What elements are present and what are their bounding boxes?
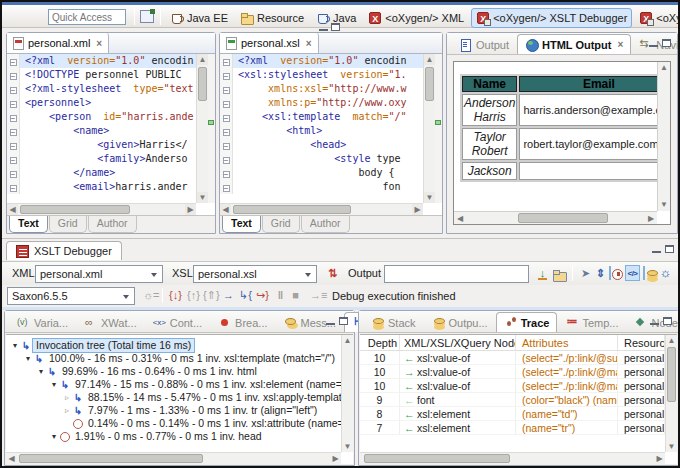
run-to-end-icon[interactable]: ↪}	[255, 287, 270, 303]
tree-expander-icon[interactable]	[62, 404, 72, 417]
scroll-right-icon[interactable]: ▶	[412, 204, 423, 215]
fold-gutter[interactable]: −	[7, 138, 20, 152]
view-tab[interactable]: Stack	[363, 312, 424, 332]
run-icon[interactable]: →	[221, 287, 236, 303]
run-to-cursor-icon[interactable]: ↳{	[238, 287, 253, 303]
scrollbar-thumb[interactable]	[19, 454, 203, 463]
scrollbar-thumb[interactable]	[233, 205, 351, 214]
xsl-source-select[interactable]: personal.xsl	[193, 265, 317, 283]
view-tab[interactable]: Brea...	[210, 312, 275, 332]
fold-minus-icon[interactable]: −	[223, 59, 230, 66]
scroll-down-icon[interactable]: ▼	[342, 441, 353, 452]
maximize-icon[interactable]	[665, 245, 674, 253]
tab-personal-xsl[interactable]: personal.xsl ×	[220, 33, 319, 53]
engine-select[interactable]: Saxon6.5.5	[7, 287, 135, 305]
scroll-left-icon[interactable]: ◀	[454, 212, 466, 224]
code-line[interactable]: − <html>	[220, 124, 423, 138]
scroll-left-icon[interactable]: ◀	[6, 453, 17, 464]
code-line[interactable]: − <style type	[220, 152, 423, 166]
quick-access-input[interactable]	[48, 9, 126, 25]
xsl-code-area[interactable]: − <?xml version="1.0" encodin − <xsl:sty…	[220, 54, 423, 203]
stop-icon[interactable]: ■	[288, 287, 303, 303]
maximize-icon[interactable]	[331, 23, 340, 31]
scroll-left-icon[interactable]: ◀	[220, 204, 231, 215]
scroll-right-icon[interactable]: ▶	[330, 453, 341, 464]
fold-minus-icon[interactable]: −	[10, 73, 17, 80]
show-node-icon[interactable]: ➤	[578, 265, 593, 281]
mode-tab[interactable]: Author	[88, 216, 137, 233]
minimize-icon[interactable]	[650, 317, 659, 325]
code-line[interactable]: − fon	[220, 180, 423, 194]
profiler-toggle-icon[interactable]	[609, 266, 611, 280]
code-line[interactable]: − <personnel>	[7, 96, 196, 110]
tree-expander-icon[interactable]	[49, 378, 59, 391]
code-line[interactable]: − <given>Harris</	[7, 138, 196, 152]
vertical-scrollbar[interactable]: ▲ ▼	[657, 62, 670, 211]
code-line[interactable]: − <head>	[220, 138, 423, 152]
fold-minus-icon[interactable]: −	[10, 87, 17, 94]
fold-gutter[interactable]: −	[220, 138, 233, 152]
code-line[interactable]: − <xsl:template match="/"	[220, 110, 423, 124]
mode-tab[interactable]: Grid	[262, 216, 300, 233]
scroll-down-icon[interactable]: ▼	[658, 199, 670, 211]
fold-minus-icon[interactable]: −	[10, 101, 17, 108]
scrollbar-thumb[interactable]	[20, 205, 130, 214]
fold-gutter[interactable]: −	[7, 54, 20, 68]
tree-expander-icon[interactable]	[62, 391, 72, 404]
view-tab[interactable]: Temp...	[557, 312, 626, 332]
code-line[interactable]: − <email>harris.ander	[7, 180, 196, 194]
table-row[interactable]: 10 xsl:value-of (select="./p:link/@man..…	[360, 379, 665, 393]
xml-editor-body[interactable]: − <?xml version="1.0" encodin − <!DOCTYP…	[7, 54, 215, 215]
fold-minus-icon[interactable]: −	[10, 143, 17, 150]
step-out-icon[interactable]: {⇑}	[203, 287, 218, 303]
vertical-scrollbar[interactable]: ▲ ▼	[341, 335, 353, 452]
close-icon[interactable]: ×	[96, 38, 102, 49]
minimize-icon[interactable]	[319, 23, 328, 31]
maximize-icon[interactable]	[339, 317, 348, 325]
fold-gutter[interactable]: −	[220, 166, 233, 180]
xslt-debugger-tab[interactable]: XSLT Debugger	[6, 241, 122, 260]
scroll-down-icon[interactable]: ▼	[197, 192, 208, 203]
minimize-icon[interactable]	[649, 39, 658, 47]
vertical-scrollbar[interactable]: ▲ ▼	[423, 54, 435, 203]
code-line[interactable]: − <!DOCTYPE personnel PUBLIC	[7, 68, 196, 82]
perspective-button[interactable]: Resource	[235, 8, 309, 28]
step-into-icon[interactable]: {↓}	[168, 287, 183, 303]
fold-gutter[interactable]: −	[7, 124, 20, 138]
tree-expander-icon[interactable]	[49, 430, 59, 443]
minimize-icon[interactable]	[326, 317, 335, 325]
maximize-icon[interactable]	[663, 317, 672, 325]
fold-gutter[interactable]: −	[7, 68, 20, 82]
code-line[interactable]: − <xsl:stylesheet version="1.	[220, 68, 423, 82]
fold-minus-icon[interactable]: −	[223, 87, 230, 94]
table-row[interactable]: 7 xsl:element (name="tr") personal.xsl […	[360, 421, 665, 435]
scrollbar-thumb[interactable]	[518, 213, 608, 223]
table-row[interactable]: 10 xsl:value-of (select="./p:link/@subo.…	[360, 351, 665, 365]
fold-gutter[interactable]: −	[220, 54, 233, 68]
minimize-icon[interactable]	[652, 245, 661, 253]
perspective-button[interactable]: <oXygen/> XQuery Debugger	[634, 8, 680, 28]
fold-minus-icon[interactable]: −	[223, 185, 230, 192]
table-row[interactable]: 10 xsl:value-of (select="./p:link/@man..…	[360, 365, 665, 379]
xsl-editor-body[interactable]: − <?xml version="1.0" encodin − <xsl:sty…	[220, 54, 442, 215]
fold-gutter[interactable]: −	[220, 82, 233, 96]
view-tab[interactable]: HTML Output ×	[517, 34, 631, 54]
fold-minus-icon[interactable]: −	[10, 185, 17, 192]
occurrence-marker[interactable]	[435, 120, 441, 125]
table-row[interactable]: 9 font (color="black") (name=... persona…	[360, 393, 665, 407]
fold-minus-icon[interactable]: −	[223, 129, 230, 136]
fold-minus-icon[interactable]: −	[223, 157, 230, 164]
mode-tab[interactable]: Text	[9, 216, 48, 233]
code-line[interactable]: − <?xml version="1.0" encodin	[220, 54, 423, 68]
scrollbar-thumb[interactable]	[425, 67, 434, 101]
fold-minus-icon[interactable]: −	[223, 101, 230, 108]
fold-gutter[interactable]: −	[7, 180, 20, 194]
source-view-toggle-icon[interactable]: </>	[625, 265, 640, 281]
fold-gutter[interactable]: −	[7, 166, 20, 180]
view-tab[interactable]: Output ×	[451, 34, 517, 54]
code-line[interactable]: − <name>	[7, 124, 196, 138]
fold-minus-icon[interactable]: −	[10, 129, 17, 136]
scroll-up-icon[interactable]: ▲	[197, 54, 208, 65]
scrollbar-thumb[interactable]	[198, 67, 207, 101]
tab-personal-xml[interactable]: personal.xml ×	[7, 33, 109, 53]
